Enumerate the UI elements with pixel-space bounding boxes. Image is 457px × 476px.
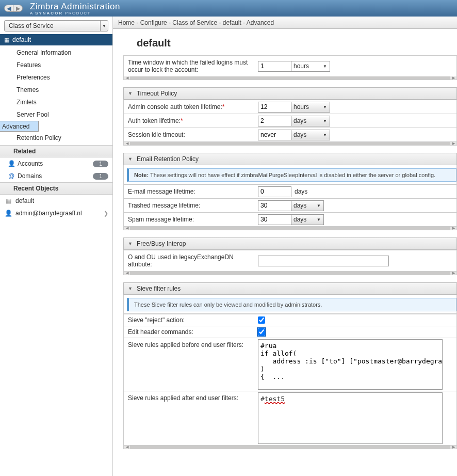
sidebar-item-server-pool[interactable]: Server Pool bbox=[0, 108, 112, 121]
trashed-unit-select[interactable]: days▼ bbox=[291, 200, 324, 211]
chevron-down-icon: ▼ bbox=[317, 203, 321, 208]
chevron-down-icon: ▼ bbox=[323, 119, 327, 123]
related-label: Accounts bbox=[18, 160, 43, 167]
brand-title: Zimbra Administration bbox=[30, 2, 120, 12]
collapse-icon: ▼ bbox=[128, 156, 133, 162]
at-icon: @ bbox=[7, 172, 15, 180]
chevron-down-icon: ▼ bbox=[100, 21, 108, 31]
section-sieve-header[interactable]: ▼Sieve filter rules bbox=[123, 282, 457, 295]
chevron-down-icon: ▼ bbox=[323, 64, 327, 69]
sidebar-item-zimlets[interactable]: Zimlets bbox=[0, 96, 112, 108]
sidebar-item-retention-policy[interactable]: Retention Policy bbox=[0, 132, 112, 144]
sidebar-item-themes[interactable]: Themes bbox=[0, 84, 112, 96]
lockout-label: Time window in which the failed logins m… bbox=[124, 57, 258, 75]
nav-forward-button[interactable]: ▶ bbox=[13, 5, 23, 12]
sieve-after-row: Sieve rules applied after end user filte… bbox=[123, 391, 457, 446]
legacy-dn-input[interactable] bbox=[258, 256, 389, 266]
chevron-down-icon: ▼ bbox=[323, 105, 327, 109]
admin-lifetime-unit-select[interactable]: hours▼ bbox=[291, 102, 330, 113]
sidebar-item-features[interactable]: Features bbox=[0, 59, 112, 71]
user-icon: 👤 bbox=[4, 210, 12, 217]
user-icon: 👤 bbox=[7, 160, 15, 167]
section-email-header[interactable]: ▼Email Retention Policy bbox=[123, 153, 457, 165]
related-header: Related bbox=[0, 145, 112, 157]
email-row-lifetime: E-mail message lifetime: days bbox=[123, 184, 457, 198]
sieve-reject-checkbox[interactable] bbox=[258, 316, 265, 324]
field-label: Sieve rules applied after end user filte… bbox=[124, 392, 258, 404]
lockout-row: Time window in which the failed logins m… bbox=[123, 55, 457, 76]
lockout-unit-select[interactable]: hours▼ bbox=[291, 61, 330, 72]
horizontal-scrollbar[interactable]: ◀▶ bbox=[123, 227, 457, 230]
collapse-icon: ▼ bbox=[128, 286, 133, 291]
related-label: Domains bbox=[18, 172, 42, 180]
sieve-before-row: Sieve rules applied before end user filt… bbox=[123, 338, 457, 391]
sidebar-item-preferences[interactable]: Preferences bbox=[0, 71, 112, 84]
sieve-edit-checkbox[interactable] bbox=[258, 328, 265, 336]
tree-root-label: default bbox=[12, 36, 31, 43]
app-header: ◀ ▶ Zimbra Administration A SYNACOR PROD… bbox=[0, 0, 457, 17]
timeout-row-auth: Auth token lifetime:* days▼ bbox=[123, 114, 457, 128]
freebusy-row: O and OU used in legacyExchangeDN attrib… bbox=[123, 250, 457, 272]
email-lifetime-input[interactable] bbox=[258, 186, 291, 197]
cos-icon: ▦ bbox=[4, 37, 9, 43]
history-nav: ◀ ▶ bbox=[4, 5, 23, 12]
spam-unit-select[interactable]: days▼ bbox=[291, 214, 324, 225]
sieve-reject-row: Sieve "reject" action: bbox=[123, 314, 457, 326]
collapse-icon: ▼ bbox=[128, 241, 133, 246]
tree-list: General Information Features Preferences… bbox=[0, 45, 112, 145]
field-label: Trashed message lifetime: bbox=[124, 200, 258, 211]
session-idle-input[interactable] bbox=[258, 130, 291, 140]
email-row-trashed: Trashed message lifetime: days▼ bbox=[123, 198, 457, 212]
page-title: default bbox=[113, 29, 457, 55]
related-item-accounts[interactable]: 👤 Accounts 1 bbox=[0, 157, 112, 170]
content-area: Home - Configure - Class of Service - de… bbox=[113, 17, 457, 476]
chevron-right-icon: ❯ bbox=[104, 210, 108, 217]
count-badge: 1 bbox=[93, 173, 108, 180]
auth-lifetime-unit-select[interactable]: days▼ bbox=[291, 116, 330, 126]
sidebar-item-advanced[interactable]: Advanced bbox=[0, 121, 39, 132]
field-label: Session idle timeout: bbox=[124, 129, 258, 140]
breadcrumb: Home - Configure - Class of Service - de… bbox=[113, 17, 457, 29]
brand-block: Zimbra Administration A SYNACOR PRODUCT bbox=[30, 2, 120, 15]
field-label: Spam message lifetime: bbox=[124, 214, 258, 225]
recent-header: Recent Objects bbox=[0, 182, 112, 195]
horizontal-scrollbar[interactable]: ◀▶ bbox=[123, 142, 457, 146]
recent-label: admin@barrydegraaff.nl bbox=[15, 210, 82, 217]
admin-lifetime-input[interactable] bbox=[258, 102, 291, 113]
session-idle-unit-select[interactable]: days▼ bbox=[291, 130, 330, 140]
nav-back-button[interactable]: ◀ bbox=[4, 5, 13, 12]
field-label: Sieve "reject" action: bbox=[124, 315, 258, 325]
unit-text: days bbox=[295, 188, 307, 195]
count-badge: 1 bbox=[93, 161, 108, 167]
recent-item-default[interactable]: ▦ default bbox=[0, 195, 112, 207]
field-label: Sieve rules applied before end user filt… bbox=[124, 339, 258, 351]
field-label: Auth token lifetime:* bbox=[124, 115, 258, 126]
recent-label: default bbox=[15, 197, 34, 204]
lockout-value-input[interactable] bbox=[258, 61, 291, 72]
related-item-domains[interactable]: @ Domains 1 bbox=[0, 170, 112, 182]
sieve-after-textarea[interactable]: #test5 bbox=[258, 392, 443, 444]
timeout-row-idle: Session idle timeout: days▼ bbox=[123, 128, 457, 142]
note-box: Note: These settings will not have effec… bbox=[127, 168, 456, 182]
trashed-lifetime-input[interactable] bbox=[258, 200, 291, 211]
chevron-down-icon: ▼ bbox=[317, 217, 321, 222]
sieve-before-textarea[interactable] bbox=[258, 339, 443, 390]
field-label: E-mail message lifetime: bbox=[124, 186, 258, 197]
horizontal-scrollbar[interactable]: ◀▶ bbox=[123, 76, 457, 80]
sidebar-item-general-information[interactable]: General Information bbox=[0, 46, 112, 59]
tree-root[interactable]: ▦ default bbox=[0, 34, 112, 45]
note-box: These Sieve filter rules can only be vie… bbox=[127, 298, 456, 311]
horizontal-scrollbar[interactable]: ◀▶ bbox=[123, 446, 457, 449]
section-freebusy-header[interactable]: ▼Free/Busy Interop bbox=[123, 237, 457, 250]
timeout-row-admin: Admin console auth token lifetime:* hour… bbox=[123, 100, 457, 114]
field-label: O and OU used in legacyExchangeDN attrib… bbox=[124, 251, 258, 270]
cos-icon: ▦ bbox=[4, 197, 12, 204]
auth-lifetime-input[interactable] bbox=[258, 116, 291, 126]
spam-lifetime-input[interactable] bbox=[258, 214, 291, 225]
recent-item-admin[interactable]: 👤 admin@barrydegraaff.nl ❯ bbox=[0, 207, 112, 219]
email-row-spam: Spam message lifetime: days▼ bbox=[123, 212, 457, 227]
section-timeout-header[interactable]: ▼Timeout Policy bbox=[123, 87, 457, 100]
cos-dropdown-button[interactable]: Class of Service ▼ bbox=[4, 20, 108, 31]
cos-dropdown-label: Class of Service bbox=[9, 22, 54, 29]
horizontal-scrollbar[interactable]: ◀▶ bbox=[123, 272, 457, 275]
